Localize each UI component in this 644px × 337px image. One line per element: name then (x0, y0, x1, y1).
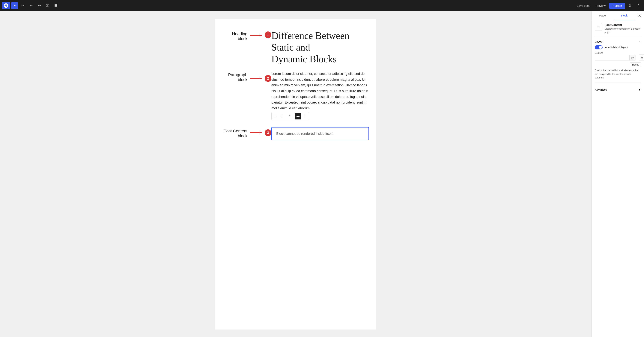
heading-label-area: Heading block 1 (223, 30, 272, 41)
heading-text: Difference Between Static and Dynamic Bl… (272, 30, 369, 65)
post-content-block-label: Post Content block (223, 129, 248, 138)
drag-icon: ⠿ (281, 114, 284, 118)
editor-area: Heading block 1 Difference Between Stati… (0, 11, 592, 337)
publish-button[interactable]: Publish (609, 2, 625, 9)
block-toolbar: ☰ ⠿ ⌃ ▬ ⋮ (272, 112, 309, 120)
block-type-icon: ☰ (595, 23, 602, 31)
content-width-input[interactable] (595, 55, 630, 60)
editor-content: Heading block 1 Difference Between Stati… (215, 19, 376, 330)
post-content-block-row: Post Content block 3 Block cannot be ren… (223, 127, 369, 140)
gear-icon: ⚙ (629, 3, 632, 8)
plus-icon: + (14, 4, 16, 8)
heading-block-number: 1 (265, 31, 272, 38)
transform-icon: ☰ (274, 114, 277, 118)
align-content-icon: ▤ (641, 56, 643, 59)
layout-hint: Customize the width for all elements tha… (595, 68, 641, 80)
toolbar-align-button[interactable]: ▬ (295, 113, 302, 119)
post-content-block: Block cannot be rendered inside itself. (272, 127, 369, 140)
sidebar-tabs: Page Block ✕ (592, 11, 644, 20)
toolbar-transform-button[interactable]: ☰ (272, 113, 279, 119)
preview-button[interactable]: Preview (593, 3, 608, 8)
redo-icon: ↪ (38, 3, 41, 8)
post-content-arrow (250, 132, 262, 133)
width-row: Content PX ▤ Wide (595, 52, 641, 60)
content-width-group: Content PX (595, 52, 636, 60)
ellipsis-icon: ⋮ (637, 3, 640, 8)
paragraph-block-label: Paragraph block (223, 72, 248, 82)
main-layout: Heading block 1 Difference Between Stati… (0, 11, 644, 337)
paragraph-label-area: Paragraph block 2 (223, 71, 272, 82)
heading-block-label: Heading block (223, 31, 248, 41)
paragraph-block-number: 2 (265, 75, 272, 82)
content-px-unit: PX (630, 55, 636, 60)
advanced-section-header[interactable]: Advanced ▼ (595, 86, 641, 94)
layout-section: Layout ▲ Inherit default layout Content … (595, 40, 641, 80)
paragraph-block-row: Paragraph block 2 Lorem ipsum dolor sit … (223, 71, 369, 121)
edit-button[interactable]: ✏ (20, 2, 26, 9)
toolbar-divider (294, 114, 294, 118)
redo-button[interactable]: ↪ (36, 2, 43, 9)
layout-chevron-icon: ▲ (639, 40, 641, 43)
inherit-layout-row: Inherit default layout (595, 45, 641, 49)
content-width-label: Content (595, 52, 636, 54)
heading-content[interactable]: Difference Between Static and Dynamic Bl… (272, 30, 369, 65)
layout-section-title: Layout (595, 40, 603, 43)
add-block-button[interactable]: + (11, 2, 18, 9)
undo-button[interactable]: ↩ (28, 2, 34, 9)
list-icon: ☰ (54, 3, 57, 8)
heading-block-row: Heading block 1 Difference Between Stati… (223, 30, 369, 65)
post-content-label-area: Post Content block 3 (223, 127, 272, 138)
more-icon: ⋮ (304, 114, 307, 118)
sidebar: Page Block ✕ ☰ Post Content Displays the… (592, 11, 644, 337)
save-draft-button[interactable]: Save draft (574, 3, 592, 8)
block-info: ☰ Post Content Displays the contents of … (595, 23, 641, 34)
move-icon: ⌃ (288, 114, 291, 118)
block-description: Displays the contents of a post or page. (604, 27, 641, 34)
paragraph-arrow (250, 78, 262, 79)
settings-button[interactable]: ⚙ (627, 2, 634, 9)
more-options-button[interactable]: ⋮ (635, 2, 642, 9)
sidebar-body: ☰ Post Content Displays the contents of … (592, 20, 644, 97)
heading-arrow (250, 35, 262, 36)
topbar: + ✏ ↩ ↪ ⓘ ☰ Save draft Preview Publish ⚙… (0, 0, 644, 11)
undo-icon: ↩ (30, 3, 32, 8)
layout-section-header[interactable]: Layout ▲ (595, 40, 641, 43)
paragraph-content[interactable]: Lorem ipsum dolor sit amet, consectetur … (272, 71, 369, 121)
tab-page[interactable]: Page (592, 11, 614, 20)
topbar-right: Save draft Preview Publish ⚙ ⋮ (574, 2, 642, 9)
post-content-error-text: Block cannot be rendered inside itself. (276, 132, 333, 136)
post-content-block-number: 3 (265, 129, 272, 136)
toolbar-move-button[interactable]: ⌃ (286, 113, 293, 119)
reset-row: Reset (595, 62, 641, 67)
post-content-icon: ☰ (597, 25, 600, 29)
pencil-icon: ✏ (22, 3, 24, 8)
align-icon: ▬ (296, 114, 300, 118)
content-align-button[interactable]: ▤ (639, 54, 644, 60)
reset-button[interactable]: Reset (630, 62, 641, 67)
content-width-input-inner: PX (595, 55, 636, 60)
block-info-text: Post Content Displays the contents of a … (604, 23, 641, 34)
advanced-section-title: Advanced (595, 88, 607, 91)
advanced-chevron-icon: ▼ (638, 88, 641, 91)
close-sidebar-button[interactable]: ✕ (636, 12, 643, 19)
inherit-layout-label: Inherit default layout (604, 46, 628, 49)
toolbar-more-button[interactable]: ⋮ (302, 113, 308, 119)
close-icon: ✕ (638, 13, 641, 18)
toolbar-drag-button[interactable]: ⠿ (279, 113, 286, 119)
info-button[interactable]: ⓘ (44, 2, 51, 9)
inherit-layout-toggle[interactable] (595, 45, 602, 49)
list-view-button[interactable]: ☰ (52, 2, 59, 9)
post-content-content[interactable]: Block cannot be rendered inside itself. (272, 127, 369, 140)
tab-block[interactable]: Block (614, 11, 635, 20)
wordpress-logo (2, 2, 10, 9)
block-title: Post Content (604, 23, 641, 26)
info-icon: ⓘ (46, 3, 49, 8)
advanced-section: Advanced ▼ (595, 86, 641, 94)
paragraph-text: Lorem ipsum dolor sit amet, consectetur … (272, 71, 369, 111)
